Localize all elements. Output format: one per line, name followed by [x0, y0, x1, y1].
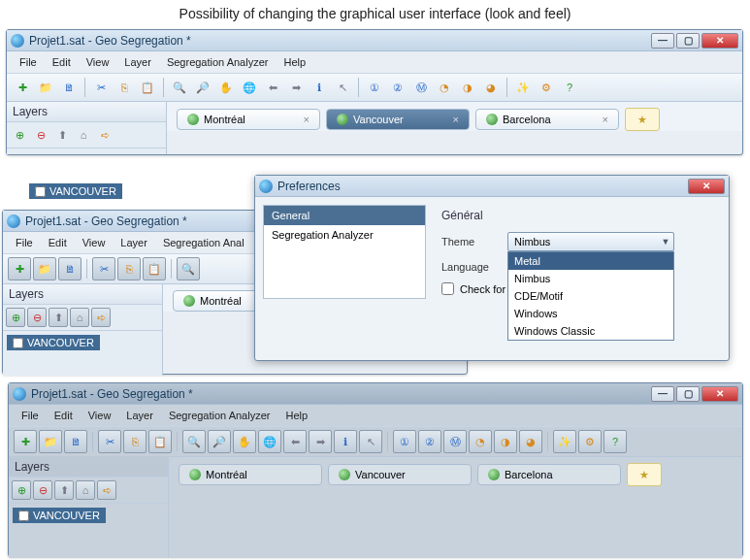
globe-icon[interactable]: 🌐: [258, 430, 281, 453]
layer-up-icon[interactable]: ⬆: [54, 480, 74, 500]
layer-add-icon[interactable]: ⊕: [12, 480, 31, 500]
menu-edit[interactable]: Edit: [46, 54, 78, 70]
menu-view[interactable]: View: [80, 54, 116, 70]
tab-montreal[interactable]: Montréal: [179, 464, 322, 485]
back-icon[interactable]: ⬅: [262, 77, 283, 98]
cut-icon[interactable]: ✂: [90, 77, 112, 98]
close-button[interactable]: ✕: [701, 33, 738, 49]
copy-icon[interactable]: ⎘: [123, 430, 147, 453]
menu-file[interactable]: File: [15, 408, 46, 423]
layer-item-vancouver[interactable]: VANCOUVER: [13, 508, 106, 523]
copy-icon[interactable]: ⎘: [114, 77, 135, 98]
prefs-titlebar[interactable]: Preferences ✕: [255, 176, 729, 197]
menu-edit[interactable]: Edit: [48, 408, 80, 423]
layer-checkbox[interactable]: [35, 186, 46, 197]
layer-remove-icon[interactable]: ⊖: [27, 308, 47, 327]
maximize-button[interactable]: ▢: [676, 386, 700, 402]
close-button[interactable]: ✕: [688, 179, 725, 194]
cut-icon[interactable]: ✂: [92, 257, 115, 280]
help-icon[interactable]: ?: [559, 77, 580, 98]
gear-icon[interactable]: ⚙: [536, 77, 557, 98]
open-icon[interactable]: 📁: [35, 77, 56, 98]
theme-opt-nimbus[interactable]: Nimbus: [508, 270, 673, 287]
menu-file[interactable]: File: [9, 235, 40, 250]
pan-icon[interactable]: ✋: [215, 77, 237, 98]
back-icon[interactable]: ⬅: [283, 430, 307, 453]
copy-icon[interactable]: ⎘: [117, 257, 141, 280]
menu-file[interactable]: File: [13, 54, 44, 70]
layer-next-icon[interactable]: ➪: [95, 125, 114, 145]
layer-item-vancouver[interactable]: VANCOUVER: [29, 183, 122, 199]
chart-1-icon[interactable]: ◔: [469, 430, 492, 453]
tab-vancouver[interactable]: Vancouver×: [326, 109, 470, 130]
pointer-icon[interactable]: ↖: [332, 77, 353, 98]
tab-close-icon[interactable]: ×: [603, 114, 608, 125]
layer-add-icon[interactable]: ⊕: [10, 125, 29, 145]
tab-close-icon[interactable]: ×: [453, 114, 459, 125]
open-icon[interactable]: 📁: [33, 257, 56, 280]
tab-barcelona[interactable]: Barcelona×: [475, 109, 619, 130]
new-icon[interactable]: ✚: [8, 257, 31, 280]
pointer-icon[interactable]: ↖: [359, 430, 382, 453]
titlebar[interactable]: Projet1.sat - Geo Segregation * — ▢ ✕: [7, 30, 742, 51]
layer-home-icon[interactable]: ⌂: [70, 308, 89, 327]
layer-up-icon[interactable]: ⬆: [49, 308, 68, 327]
copy-doc-icon[interactable]: 🗎: [64, 430, 87, 453]
minimize-button[interactable]: —: [651, 33, 674, 49]
layer-next-icon[interactable]: ➪: [97, 480, 116, 500]
new-icon[interactable]: ✚: [12, 77, 33, 98]
help-icon[interactable]: ?: [603, 430, 627, 453]
menu-layer[interactable]: Layer: [119, 408, 160, 423]
menu-help[interactable]: Help: [278, 408, 314, 423]
menu-segregation-analyzer[interactable]: Segregation Analyzer: [160, 54, 276, 70]
num-1-icon[interactable]: ①: [393, 430, 416, 453]
layer-checkbox[interactable]: [18, 511, 29, 521]
num-2-icon[interactable]: ②: [418, 430, 441, 453]
cut-icon[interactable]: ✂: [98, 430, 121, 453]
wand-icon[interactable]: ✨: [553, 430, 576, 453]
layer-home-icon[interactable]: ⌂: [76, 480, 95, 500]
menu-edit[interactable]: Edit: [42, 235, 74, 250]
gear-icon[interactable]: ⚙: [578, 430, 602, 453]
tab-montreal[interactable]: Montréal×: [177, 109, 320, 130]
chart-3-icon[interactable]: ◕: [519, 430, 542, 453]
info-icon[interactable]: ℹ: [309, 77, 330, 98]
zoom-in-icon[interactable]: 🔍: [182, 430, 206, 453]
m-icon[interactable]: Ⓜ: [443, 430, 467, 453]
menu-segregation-analyzer[interactable]: Segregation Analyzer: [162, 408, 277, 423]
paste-icon[interactable]: 📋: [143, 257, 166, 280]
chevron-down-icon[interactable]: ▼: [659, 234, 672, 249]
layer-remove-icon[interactable]: ⊖: [31, 125, 50, 145]
globe-icon[interactable]: 🌐: [239, 77, 260, 98]
layer-add-icon[interactable]: ⊕: [6, 308, 25, 327]
tab-close-icon[interactable]: ×: [304, 114, 310, 125]
prefs-cat-general[interactable]: General: [264, 206, 425, 225]
zoom-out-icon[interactable]: 🔎: [192, 77, 213, 98]
layer-item-vancouver[interactable]: VANCOUVER: [7, 335, 100, 350]
menu-help[interactable]: Help: [277, 54, 312, 70]
theme-opt-cdemotif[interactable]: CDE/Motif: [508, 287, 673, 305]
minimize-button[interactable]: —: [651, 386, 674, 402]
zoom-in-icon[interactable]: 🔍: [169, 77, 190, 98]
favorite-tab-icon[interactable]: ★: [627, 463, 662, 486]
zoom-in-icon[interactable]: 🔍: [177, 257, 200, 280]
chart-2-icon[interactable]: ◑: [494, 430, 517, 453]
pan-icon[interactable]: ✋: [233, 430, 256, 453]
layer-checkbox[interactable]: [13, 338, 23, 348]
zoom-out-icon[interactable]: 🔎: [208, 430, 231, 453]
paste-icon[interactable]: 📋: [137, 77, 158, 98]
check-updates-checkbox[interactable]: [441, 282, 454, 295]
info-icon[interactable]: ℹ: [334, 430, 357, 453]
num-2-icon[interactable]: ②: [387, 77, 408, 98]
menu-layer[interactable]: Layer: [114, 235, 154, 250]
chart-2-icon[interactable]: ◑: [457, 77, 478, 98]
layer-up-icon[interactable]: ⬆: [52, 125, 72, 145]
copy-doc-icon[interactable]: 🗎: [58, 77, 80, 98]
close-button[interactable]: ✕: [701, 386, 738, 402]
menu-layer[interactable]: Layer: [117, 54, 158, 70]
menu-view[interactable]: View: [76, 235, 113, 250]
titlebar[interactable]: Projet1.sat - Geo Segregation * — ▢ ✕: [9, 383, 742, 405]
menu-view[interactable]: View: [82, 408, 118, 423]
wand-icon[interactable]: ✨: [512, 77, 534, 98]
theme-opt-windows-classic[interactable]: Windows Classic: [508, 322, 673, 340]
